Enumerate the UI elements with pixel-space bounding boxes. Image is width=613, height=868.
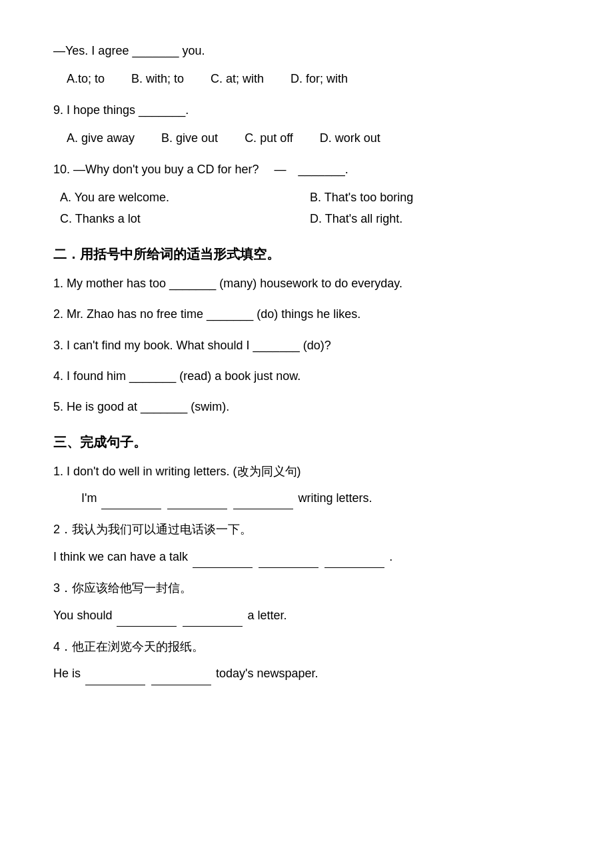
q9-options: A. give away B. give out C. put off D. w… bbox=[53, 127, 560, 149]
section2: 二．用括号中所给词的适当形式填空。 1. My mother has too _… bbox=[53, 242, 560, 418]
q9-section: 9. I hope things _______. A. give away B… bbox=[53, 99, 560, 149]
s3-q4-blank2 bbox=[151, 663, 211, 685]
q9-text: 9. I hope things _______. bbox=[53, 103, 189, 117]
s2-q5-text: 5. He is good at _______ (swim). bbox=[53, 400, 229, 413]
q10-optD: D. That's all right. bbox=[310, 208, 560, 229]
s3-q2-blank2 bbox=[259, 546, 318, 568]
q10-optC: C. Thanks a lot bbox=[60, 208, 310, 229]
q8-optA: A.to; to bbox=[67, 68, 105, 89]
q8-optD: D. for; with bbox=[291, 68, 348, 89]
s3-q3-blank1 bbox=[117, 605, 177, 627]
s3-q3: 3．你应该给他写一封信。 You should a letter. bbox=[53, 577, 560, 627]
s3-q2-suffix: . bbox=[389, 550, 392, 563]
q9-optD: D. work out bbox=[320, 127, 380, 149]
q8-text: —Yes. I agree _______ you. bbox=[53, 44, 205, 57]
s3-q1-blank1 bbox=[101, 487, 161, 509]
s3-q1-blank3 bbox=[233, 487, 293, 509]
s2-q3-text: 3. I can't find my book. What should I _… bbox=[53, 339, 331, 352]
section3-header: 三、完成句子。 bbox=[53, 430, 560, 454]
q8-line: —Yes. I agree _______ you. bbox=[53, 40, 560, 61]
q10-optA: A. You are welcome. bbox=[60, 187, 310, 208]
s3-q3-blank2 bbox=[183, 605, 243, 627]
s2-q1-text: 1. My mother has too _______ (many) hous… bbox=[53, 277, 402, 290]
s3-q2-blank1 bbox=[193, 546, 253, 568]
q9-optA: A. give away bbox=[67, 127, 135, 149]
s3-q2-answer: I think we can have a talk . bbox=[53, 546, 560, 568]
s3-q1-prefix: I'm bbox=[69, 491, 97, 505]
s3-q4-suffix: today's newspaper. bbox=[216, 667, 318, 680]
s3-q1-suffix: writing letters. bbox=[299, 491, 372, 505]
s3-q3-chinese-text: 3．你应该给他写一封信。 bbox=[53, 581, 192, 595]
q10-line: 10. —Why don't you buy a CD for her? — _… bbox=[53, 159, 560, 180]
s3-q2: 2．我认为我们可以通过电话谈一下。 I think we can have a … bbox=[53, 519, 560, 568]
s3-q3-prefix: You should bbox=[53, 609, 112, 622]
s2-q1: 1. My mother has too _______ (many) hous… bbox=[53, 273, 560, 294]
s3-q1-instruction: 1. I don't do well in writing letters. (… bbox=[53, 461, 560, 482]
s3-q2-blank3 bbox=[324, 546, 384, 568]
q10-options: A. You are welcome. B. That's too boring… bbox=[53, 187, 560, 230]
s2-q3: 3. I can't find my book. What should I _… bbox=[53, 335, 560, 356]
s3-q1: 1. I don't do well in writing letters. (… bbox=[53, 461, 560, 510]
s2-q2-text: 2. Mr. Zhao has no free time _______ (do… bbox=[53, 307, 360, 321]
s3-q2-chinese-text: 2．我认为我们可以通过电话谈一下。 bbox=[53, 523, 252, 536]
q8-optC: C. at; with bbox=[211, 68, 264, 89]
section3: 三、完成句子。 1. I don't do well in writing le… bbox=[53, 430, 560, 685]
s3-q4: 4．他正在浏览今天的报纸。 He is today's newspaper. bbox=[53, 636, 560, 685]
s2-q4-text: 4. I found him _______ (read) a book jus… bbox=[53, 369, 301, 383]
q10-optB: B. That's too boring bbox=[310, 187, 560, 208]
s3-q3-answer: You should a letter. bbox=[53, 605, 560, 627]
s3-q3-suffix: a letter. bbox=[247, 609, 287, 622]
q10-text: 10. —Why don't you buy a CD for her? — _… bbox=[53, 163, 348, 176]
s2-q4: 4. I found him _______ (read) a book jus… bbox=[53, 365, 560, 387]
s3-q1-blank2 bbox=[167, 487, 227, 509]
s3-q4-blank1 bbox=[85, 663, 145, 685]
q9-line: 9. I hope things _______. bbox=[53, 99, 560, 121]
q8-optB: B. with; to bbox=[131, 68, 184, 89]
s3-q3-chinese: 3．你应该给他写一封信。 bbox=[53, 577, 560, 599]
q9-optC: C. put off bbox=[245, 127, 293, 149]
s3-q2-chinese: 2．我认为我们可以通过电话谈一下。 bbox=[53, 519, 560, 540]
s2-q5: 5. He is good at _______ (swim). bbox=[53, 396, 560, 417]
s3-q4-answer: He is today's newspaper. bbox=[53, 663, 560, 685]
q8-section: —Yes. I agree _______ you. A.to; to B. w… bbox=[53, 40, 560, 90]
s2-q2: 2. Mr. Zhao has no free time _______ (do… bbox=[53, 303, 560, 325]
s3-q4-chinese-text: 4．他正在浏览今天的报纸。 bbox=[53, 640, 204, 653]
s3-q1-instruction-text: 1. I don't do well in writing letters. (… bbox=[53, 465, 301, 478]
q8-options: A.to; to B. with; to C. at; with D. for;… bbox=[53, 68, 560, 89]
s3-q1-answer: I'm writing letters. bbox=[53, 487, 560, 509]
q10-section: 10. —Why don't you buy a CD for her? — _… bbox=[53, 159, 560, 230]
s3-q4-chinese: 4．他正在浏览今天的报纸。 bbox=[53, 636, 560, 657]
s3-q2-prefix: I think we can have a talk bbox=[53, 550, 188, 563]
s3-q4-prefix: He is bbox=[53, 667, 81, 680]
q9-optB: B. give out bbox=[161, 127, 218, 149]
section2-header: 二．用括号中所给词的适当形式填空。 bbox=[53, 242, 560, 266]
